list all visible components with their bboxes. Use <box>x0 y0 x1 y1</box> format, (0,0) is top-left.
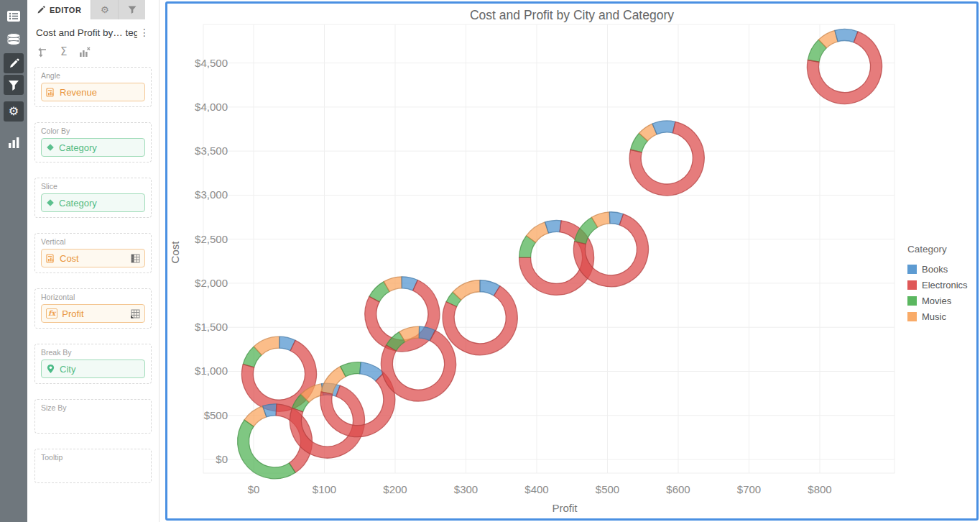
editor-tabs: EDITOR ⚙ <box>27 0 159 19</box>
legend-swatch <box>907 296 917 306</box>
field-label: Size By <box>41 403 145 412</box>
tab-filters[interactable] <box>118 0 145 19</box>
field-value: Revenue <box>60 87 97 98</box>
donut-marker[interactable] <box>629 121 704 196</box>
datasources-icon[interactable] <box>4 29 24 50</box>
field-group-slice: Slice Category <box>34 178 152 218</box>
filter-icon[interactable] <box>4 75 24 95</box>
legend-title: Category <box>907 244 947 255</box>
svg-text:$700: $700 <box>737 483 761 495</box>
table-icon[interactable] <box>131 254 140 263</box>
legend-swatch <box>907 265 917 274</box>
field-label: Color By <box>41 127 145 135</box>
svg-text:$600: $600 <box>666 483 690 495</box>
pivot-arrows-icon[interactable] <box>37 47 48 58</box>
svg-text:$400: $400 <box>524 483 548 495</box>
svg-text:$1,500: $1,500 <box>195 321 228 333</box>
pin-icon <box>46 364 55 374</box>
diamond-icon <box>46 143 55 152</box>
field-pill-category[interactable]: Category <box>41 138 145 157</box>
legend-swatch <box>907 280 917 290</box>
svg-text:$4,000: $4,000 <box>195 101 228 113</box>
svg-text:$500: $500 <box>596 483 619 495</box>
charts-icon[interactable] <box>4 132 24 152</box>
pencil-icon[interactable] <box>4 53 24 73</box>
svg-text:$0: $0 <box>248 483 260 495</box>
chart-remove-icon[interactable] <box>79 47 91 58</box>
donut-points <box>238 29 882 479</box>
y-axis-title: Cost <box>169 241 181 264</box>
donut-marker[interactable] <box>573 212 648 287</box>
field-value: City <box>60 364 75 375</box>
field-pill-category[interactable]: Category <box>41 193 145 212</box>
svg-text:$2,500: $2,500 <box>195 233 228 245</box>
svg-text:$300: $300 <box>454 483 478 495</box>
legend-swatch <box>907 312 917 321</box>
svg-text:$1,000: $1,000 <box>195 365 228 377</box>
field-group-vertical: Vertical Cost <box>34 233 152 273</box>
tab-editor-label: EDITOR <box>50 6 81 14</box>
field-value: Category <box>59 198 97 209</box>
legend-item-music[interactable] <box>907 312 917 321</box>
gridlines <box>203 24 895 473</box>
chart-title: Cost and Profit by City and Category <box>470 8 674 22</box>
donut-marker[interactable] <box>443 280 517 355</box>
field-label: Tooltip <box>41 453 145 462</box>
sigma-icon[interactable]: Σ <box>60 45 67 58</box>
svg-text:$100: $100 <box>313 483 336 495</box>
field-label: Slice <box>41 182 145 191</box>
visualization-title-row: Cost and Profit by… tegory ⋮ <box>27 19 159 42</box>
visualization-title: Cost and Profit by… tegory <box>36 27 137 38</box>
x-axis-title: Profit <box>552 502 578 514</box>
field-group-angle: Angle Revenue <box>34 67 152 107</box>
left-icon-rail: ⚙ <box>0 0 27 522</box>
svg-text:$3,500: $3,500 <box>195 145 228 157</box>
field-group-color-by: Color By Category <box>34 122 152 162</box>
filter-icon <box>128 6 137 14</box>
chart-canvas[interactable]: $0$100$200$300$400$500$600$700$800$0$500… <box>167 4 976 518</box>
field-pill-profit[interactable]: fx Profit <box>41 304 145 323</box>
table-arrow-icon[interactable] <box>130 309 140 319</box>
field-value: Cost <box>60 253 79 264</box>
tab-editor[interactable]: EDITOR <box>27 0 91 19</box>
diamond-icon <box>46 198 55 207</box>
donut-slice-books[interactable] <box>652 121 675 134</box>
legend <box>907 265 917 321</box>
legend-item-electronics[interactable] <box>907 280 917 290</box>
svg-text:$200: $200 <box>383 483 407 495</box>
donut-slice-movies[interactable] <box>238 420 296 479</box>
legend-item-books[interactable] <box>907 265 917 274</box>
svg-text:$0: $0 <box>216 453 228 465</box>
list-icon[interactable] <box>4 6 24 26</box>
fx-icon: fx <box>46 308 57 319</box>
tab-settings[interactable]: ⚙ <box>91 0 118 19</box>
kebab-menu-icon[interactable]: ⋮ <box>137 27 152 38</box>
field-label: Break By <box>41 348 145 357</box>
field-label: Vertical <box>41 237 145 246</box>
field-group-tooltip[interactable]: Tooltip <box>34 449 152 483</box>
gear-icon: ⚙ <box>101 5 109 14</box>
field-pill-city[interactable]: City <box>41 360 145 378</box>
measure-icon <box>46 88 55 97</box>
svg-text:$800: $800 <box>808 483 831 495</box>
editor-toolbar: Σ <box>27 42 159 65</box>
field-pill-cost[interactable]: Cost <box>41 249 145 267</box>
field-pill-revenue[interactable]: Revenue <box>41 83 145 101</box>
donut-marker[interactable] <box>382 326 456 401</box>
field-label: Angle <box>41 71 145 80</box>
pencil-icon <box>37 6 45 14</box>
donut-marker[interactable] <box>807 29 882 104</box>
field-group-horizontal: Horizontal fx Profit <box>34 288 152 329</box>
svg-text:$3,000: $3,000 <box>195 188 228 201</box>
legend-label: Music <box>922 311 946 322</box>
field-group-size-by[interactable]: Size By <box>34 399 152 434</box>
gear-icon[interactable]: ⚙ <box>4 101 24 122</box>
chart-panel: $0$100$200$300$400$500$600$700$800$0$500… <box>165 1 979 521</box>
editor-panel: EDITOR ⚙ Cost and Profit by… tegory ⋮ <box>27 0 160 522</box>
field-group-break-by: Break By City <box>34 344 152 384</box>
app-window: ⚙ EDITOR ⚙ C <box>0 0 980 522</box>
legend-label: Books <box>922 264 948 275</box>
legend-item-movies[interactable] <box>907 296 917 306</box>
svg-text:$4,500: $4,500 <box>195 57 228 69</box>
field-label: Horizontal <box>41 293 145 301</box>
